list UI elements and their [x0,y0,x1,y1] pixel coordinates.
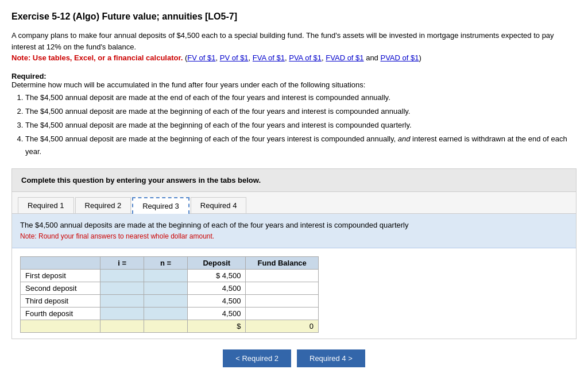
intro-text: A company plans to make four annual depo… [11,30,577,64]
row-third-deposit: 4,500 [188,294,246,307]
situation-4: The $4,500 annual deposit are made at th… [25,133,577,158]
pv-link[interactable]: PV of $1 [220,53,249,62]
fvad-link[interactable]: FVAD of $1 [326,53,363,62]
total-label [21,320,100,332]
deposit-table: i = n = Deposit Fund Balance First depos… [20,256,319,333]
input-second-i[interactable] [100,282,144,294]
required-section: Required: Determine how much will be acc… [11,72,577,89]
tab-required-1[interactable]: Required 1 [18,197,74,213]
total-n [144,320,188,332]
bottom-navigation: < Required 2 Required 4 > [11,349,577,373]
row-third-i[interactable] [100,294,144,307]
input-first-fund[interactable] [250,271,314,280]
row-first-label: First deposit [21,269,100,282]
row-fourth-n[interactable] [144,307,188,320]
tabs-row: Required 1 Required 2 Required 3 Require… [12,192,576,214]
fva-link[interactable]: FVA of $1 [253,53,285,62]
complete-box: Complete this question by entering your … [11,168,577,192]
situation-2: The $4,500 annual deposit are made at th… [25,105,577,118]
row-second-label: Second deposit [21,282,100,294]
links-text: (FV of $1, PV of $1, FVA of $1, PVA of $… [185,53,421,62]
total-value: 0 [246,320,319,332]
situation-3: The $4,500 annual deposit are made at th… [25,119,577,132]
table-row: Second deposit 4,500 [21,282,319,294]
tab-note: Note: Round your final answers to neares… [20,232,214,240]
row-third-fund[interactable] [246,294,319,307]
col-n: n = [144,256,188,269]
situation-1: The $4,500 annual deposit are made at th… [25,91,577,104]
input-fourth-n[interactable] [144,308,187,320]
row-first-deposit: $ 4,500 [188,269,246,282]
page-title: Exercise 5-12 (Algo) Future value; annui… [11,11,577,22]
pva-link[interactable]: PVA of $1 [289,53,322,62]
table-header-row: i = n = Deposit Fund Balance [21,256,319,269]
table-row: First deposit $ 4,500 [21,269,319,282]
col-deposit: Deposit [188,256,246,269]
row-first-i[interactable] [100,269,144,282]
row-first-n[interactable] [144,269,188,282]
input-first-i[interactable] [100,270,144,282]
fv-link[interactable]: FV of $1 [187,53,215,62]
total-row: $ 0 [21,320,319,332]
total-i [100,320,144,332]
table-wrapper: i = n = Deposit Fund Balance First depos… [12,248,576,339]
pvad-link[interactable]: PVAD of $1 [380,53,419,62]
tab-required-4[interactable]: Required 4 [191,197,247,213]
row-second-n[interactable] [144,282,188,294]
situations-list: The $4,500 annual deposit are made at th… [25,91,577,158]
input-third-n[interactable] [144,295,187,307]
tab-required-2[interactable]: Required 2 [75,197,131,213]
input-third-fund[interactable] [250,297,314,305]
input-fourth-fund[interactable] [250,309,314,318]
input-second-fund[interactable] [250,284,314,293]
input-third-i[interactable] [100,295,144,307]
prev-button[interactable]: < Required 2 [223,349,291,367]
row-third-n[interactable] [144,294,188,307]
row-third-label: Third deposit [21,294,100,307]
row-second-deposit: 4,500 [188,282,246,294]
input-fourth-i[interactable] [100,308,144,320]
input-second-n[interactable] [144,282,187,294]
total-dollar: $ [188,320,246,332]
col-label [21,256,100,269]
table-row: Fourth deposit 4,500 [21,307,319,320]
note-label: Note: Use tables, Excel, or a financial … [11,53,183,62]
row-fourth-i[interactable] [100,307,144,320]
col-fund-balance: Fund Balance [246,256,319,269]
tab3-content: The $4,500 annual deposits are made at t… [12,214,576,339]
row-second-fund[interactable] [246,282,319,294]
row-second-i[interactable] [100,282,144,294]
tab-required-3[interactable]: Required 3 [132,197,189,214]
tab-description: The $4,500 annual deposits are made at t… [12,214,576,248]
col-i: i = [100,256,144,269]
next-button[interactable]: Required 4 > [297,349,365,367]
table-row: Third deposit 4,500 [21,294,319,307]
row-fourth-label: Fourth deposit [21,307,100,320]
input-first-n[interactable] [144,270,187,282]
row-fourth-deposit: 4,500 [188,307,246,320]
tabs-container: Required 1 Required 2 Required 3 Require… [11,192,577,339]
row-first-fund[interactable] [246,269,319,282]
row-fourth-fund[interactable] [246,307,319,320]
